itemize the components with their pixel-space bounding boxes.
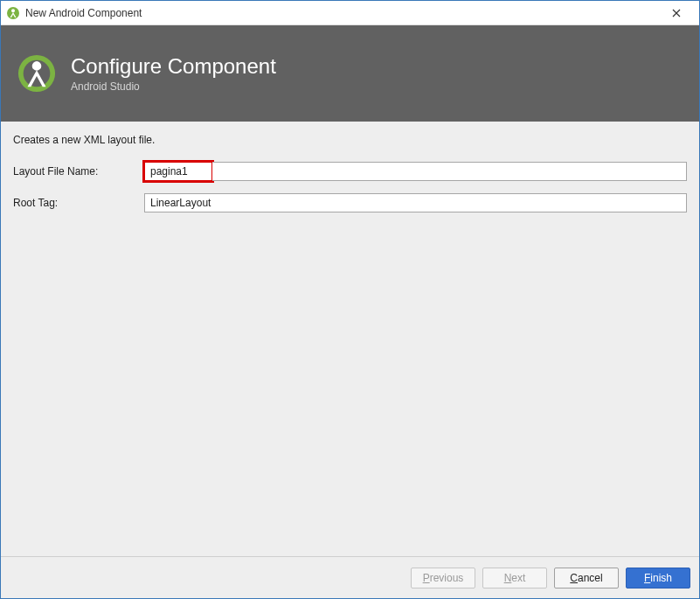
header-text-group: Configure Component Android Studio xyxy=(71,54,276,93)
finish-button[interactable]: Finish xyxy=(626,568,690,589)
root-tag-label: Root Tag: xyxy=(13,197,144,209)
next-button: Next xyxy=(482,568,547,589)
form-body: Creates a new XML layout file. Layout Fi… xyxy=(1,122,699,556)
layout-file-name-row: Layout File Name: xyxy=(13,162,687,181)
previous-button: Previous xyxy=(411,568,475,589)
android-studio-logo-icon xyxy=(17,53,57,94)
layout-file-name-input[interactable] xyxy=(144,162,212,181)
android-studio-icon xyxy=(6,6,20,20)
description-text: Creates a new XML layout file. xyxy=(13,134,687,146)
window-title: New Android Component xyxy=(25,7,659,19)
svg-point-1 xyxy=(11,9,15,12)
root-tag-input[interactable] xyxy=(144,193,687,212)
root-tag-row: Root Tag: xyxy=(13,193,687,212)
layout-file-name-label: Layout File Name: xyxy=(13,165,144,178)
wizard-footer: Previous Next Cancel Finish xyxy=(1,556,699,598)
close-button[interactable] xyxy=(659,1,694,25)
wizard-header: Configure Component Android Studio xyxy=(1,25,699,122)
dialog-window: New Android Component Configure Componen… xyxy=(0,0,700,599)
cancel-button[interactable]: Cancel xyxy=(554,568,619,589)
layout-file-name-highlight xyxy=(144,162,212,181)
titlebar: New Android Component xyxy=(1,1,699,25)
root-tag-input-wrap xyxy=(144,193,687,212)
layout-file-name-input-tail xyxy=(212,162,687,181)
svg-point-4 xyxy=(32,61,42,71)
header-title: Configure Component xyxy=(71,54,276,79)
header-subtitle: Android Studio xyxy=(71,80,276,93)
